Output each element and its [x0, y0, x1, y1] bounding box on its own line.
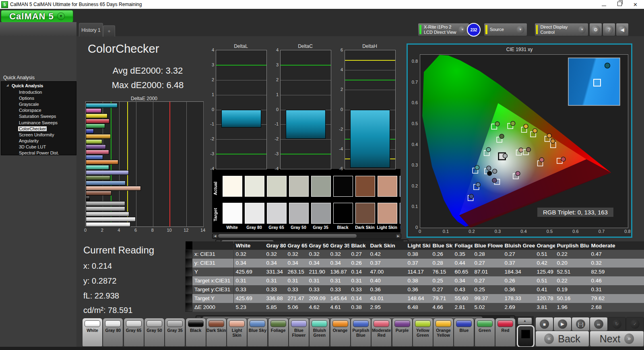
patch-button-purple[interactable]: Purple — [392, 318, 413, 347]
pattern-up-button[interactable]: ▲ — [518, 317, 532, 325]
display-control-dropdown[interactable]: Direct Display Control ▼ — [535, 23, 588, 36]
sidebar-item-options[interactable]: Options — [1, 95, 76, 101]
help-button[interactable]: ? — [603, 23, 615, 36]
table-col-foliage: Foliage — [453, 241, 473, 250]
sidebar-title: Quick Analysis — [3, 75, 35, 80]
cie-1931-chart — [420, 54, 628, 228]
cie-ytick: 0.3 — [407, 163, 418, 167]
current-reading-y: y: 0.2872 — [83, 276, 116, 286]
next-button[interactable]: Next » — [590, 331, 644, 347]
table-cell: 52.51 — [555, 268, 589, 276]
table-cell: 0.27 — [473, 276, 503, 285]
patch-button-gray-80[interactable]: Gray 80 — [103, 318, 123, 347]
table-cell: 0.32 — [307, 250, 328, 259]
de-bar-cyan — [86, 103, 118, 108]
table-row-target-y: Target Y425.69336.88271.47209.09145.640.… — [186, 294, 644, 303]
tree-expander-icon[interactable]: ◢ — [6, 84, 8, 87]
table-cell: 2.68 — [589, 303, 644, 312]
patch-button-orange[interactable]: Orange — [330, 318, 351, 347]
restore-button[interactable] — [617, 2, 622, 7]
patch-button-foliage[interactable]: Foliage — [268, 318, 289, 347]
meter-count-badge[interactable]: 232 — [467, 23, 481, 37]
patch-button-blue[interactable]: Blue — [454, 318, 474, 347]
table-cell: 148.64 — [406, 294, 431, 303]
sidebar-item-3d-cube-lut[interactable]: 3D Cube LUT — [1, 144, 76, 150]
sidebar-item-colorchecker[interactable]: ColorChecker — [1, 126, 76, 132]
sidebar-item-spectral-power-dist-[interactable]: Spectral Power Dist. — [1, 150, 76, 156]
tree-root[interactable]: ◢ Quick Analysis — [1, 82, 76, 89]
sidebar-item-luminance-sweeps[interactable]: Luminance Sweeps — [1, 119, 76, 126]
refresh-button[interactable]: ↻ — [608, 317, 626, 331]
cie-xtick: 0.4 — [519, 229, 528, 234]
ytick: -3 — [270, 151, 279, 156]
patch-button-green[interactable]: Green — [475, 318, 495, 347]
patch-button-black[interactable]: Black — [186, 318, 206, 347]
sidebar-item-colorspace[interactable]: Colorspace — [1, 107, 76, 113]
sidebar-item-introduction[interactable]: Introduction — [1, 89, 76, 95]
patch-color-chip — [497, 320, 513, 327]
source-dropdown[interactable]: Source ▼ — [484, 23, 527, 36]
patch-button-white[interactable]: White — [82, 318, 103, 347]
calman-logo[interactable]: CalMAN 5 ▼ — [1, 10, 73, 23]
patch-color-chip — [353, 320, 369, 327]
table-cell: 2.81 — [453, 303, 473, 312]
app-icon: 5 — [1, 1, 8, 8]
interval-button[interactable]: [··] — [572, 317, 590, 331]
patch-button-dark-skin[interactable]: Dark Skin — [206, 318, 227, 347]
patch-button-blue-sky[interactable]: Blue Sky — [247, 318, 268, 347]
close-button[interactable]: ✕ — [633, 2, 638, 7]
de-bar-bluish-green — [86, 165, 109, 170]
patch-color-chip — [229, 320, 245, 327]
patch-color-chip — [85, 320, 100, 327]
ytick: -4 — [334, 146, 343, 151]
gridline — [216, 95, 266, 95]
patch-button-blue-flower[interactable]: Blue Flower — [289, 318, 309, 347]
patch-button-gray-65[interactable]: Gray 65 — [124, 318, 144, 347]
patch-button-bluish-green[interactable]: Bluish Green — [309, 318, 330, 347]
tab-add-button[interactable]: + — [103, 25, 115, 37]
table-cell: 0.31 — [328, 276, 349, 285]
sidebar-item-screen-uniformity[interactable]: Screen Uniformity — [1, 132, 76, 138]
minimize-button[interactable] — [602, 2, 606, 7]
swatch-label: Gray 80 — [243, 225, 265, 230]
actual-row-label: Actual — [213, 178, 221, 199]
table-cell: 3.81 — [535, 303, 555, 312]
sidebar-item-label: ColorChecker — [18, 126, 47, 131]
ytick: -4 — [205, 166, 214, 171]
patch-button-gray-50[interactable]: Gray 50 — [144, 318, 165, 347]
swatch-panel: Actual Target WhiteGray 80Gray 65Gray 50… — [212, 169, 400, 233]
sidebar-item-label: Grayscale — [18, 102, 40, 107]
patch-button-gray-35[interactable]: Gray 35 — [165, 318, 185, 347]
logo-menu-arrow-icon[interactable]: ▼ — [57, 12, 65, 20]
settings-button[interactable]: ⚙ — [589, 23, 602, 36]
patch-button-yellow-green[interactable]: Yellow Green — [413, 318, 433, 347]
play-button[interactable]: ▶ — [553, 317, 572, 331]
stop-button[interactable]: ■ — [535, 317, 553, 331]
table-cell: 0.36 — [406, 285, 431, 294]
sidebar-item-saturation-sweeps[interactable]: Saturation Sweeps — [1, 113, 76, 119]
deltae-xtick: 8 — [149, 228, 156, 233]
swatch-scrollbar[interactable]: ◀ ▶ — [212, 233, 401, 239]
patch-button-orange-yellow[interactable]: Orange Yellow — [433, 318, 454, 347]
patch-button-red[interactable]: Red — [495, 318, 516, 347]
reference-line — [281, 154, 331, 154]
ytick: -4 — [270, 166, 279, 171]
sidebar-item-grayscale[interactable]: Grayscale — [1, 101, 76, 107]
patch-color-chip — [147, 320, 162, 327]
pattern-window-button[interactable] — [517, 325, 535, 348]
tab-history-1[interactable]: History 1 — [79, 23, 103, 37]
loop-button[interactable]: ∞ — [590, 317, 608, 331]
patch-button-moderate-red[interactable]: Moderate Red — [371, 318, 392, 347]
panel-collapse-button[interactable]: ◀ — [616, 23, 629, 36]
patch-button-purplish-blue[interactable]: Purplish Blue — [351, 318, 371, 347]
table-cell: 0.20 — [555, 259, 589, 268]
table-col-orange: Orange — [535, 241, 555, 250]
de-bar-gray-80 — [86, 217, 136, 222]
patch-button-light-skin[interactable]: Light Skin — [227, 318, 247, 347]
gridline — [186, 102, 187, 226]
back-button[interactable]: « Back — [535, 331, 589, 347]
check-button[interactable]: ✓ — [626, 317, 644, 331]
sidebar-item-angularity[interactable]: Angularity — [1, 138, 76, 144]
patch-button-label: Dark Skin — [206, 328, 226, 333]
meter-dropdown[interactable]: X-Rite i1Pro 2 LCD Direct View ▼ — [418, 23, 469, 36]
